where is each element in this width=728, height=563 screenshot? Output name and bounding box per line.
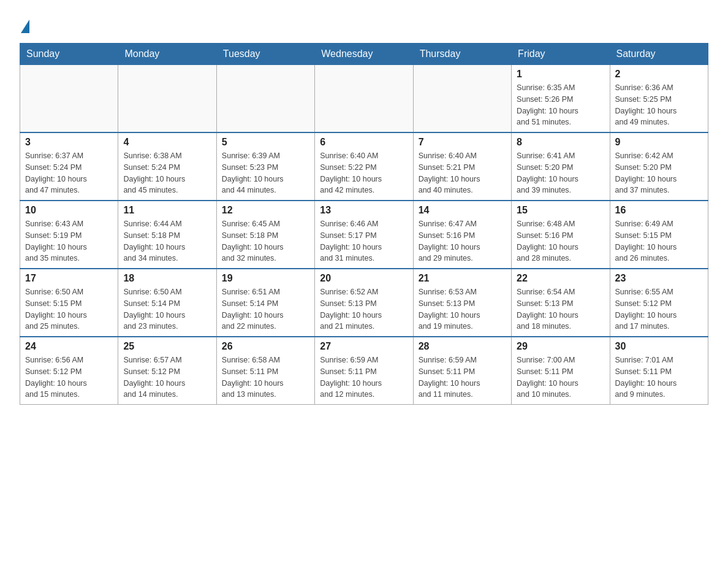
day-info: Sunrise: 6:46 AMSunset: 5:17 PMDaylight:… xyxy=(320,218,408,264)
day-info: Sunrise: 6:44 AMSunset: 5:18 PMDaylight:… xyxy=(123,218,211,264)
calendar-cell: 6Sunrise: 6:40 AMSunset: 5:22 PMDaylight… xyxy=(315,132,413,201)
calendar-cell: 3Sunrise: 6:37 AMSunset: 5:24 PMDaylight… xyxy=(20,132,118,201)
calendar-week-row: 17Sunrise: 6:50 AMSunset: 5:15 PMDayligh… xyxy=(20,269,708,337)
day-number: 5 xyxy=(222,137,309,148)
day-info: Sunrise: 6:35 AMSunset: 5:26 PMDaylight:… xyxy=(517,82,604,128)
day-number: 17 xyxy=(25,273,113,284)
day-number: 6 xyxy=(320,137,408,148)
day-info: Sunrise: 6:45 AMSunset: 5:18 PMDaylight:… xyxy=(222,218,309,264)
calendar-cell: 27Sunrise: 6:59 AMSunset: 5:11 PMDayligh… xyxy=(315,337,413,405)
day-info: Sunrise: 7:01 AMSunset: 5:11 PMDaylight:… xyxy=(615,354,703,400)
calendar-cell xyxy=(315,65,413,133)
calendar-cell: 23Sunrise: 6:55 AMSunset: 5:12 PMDayligh… xyxy=(610,269,708,337)
day-number: 13 xyxy=(320,205,408,216)
calendar-cell: 12Sunrise: 6:45 AMSunset: 5:18 PMDayligh… xyxy=(216,201,314,269)
day-info: Sunrise: 6:55 AMSunset: 5:12 PMDaylight:… xyxy=(615,286,703,332)
day-number: 18 xyxy=(123,273,211,284)
calendar-table: SundayMondayTuesdayWednesdayThursdayFrid… xyxy=(20,43,708,405)
day-info: Sunrise: 6:50 AMSunset: 5:15 PMDaylight:… xyxy=(25,286,113,332)
day-number: 14 xyxy=(419,205,506,216)
day-info: Sunrise: 6:58 AMSunset: 5:11 PMDaylight:… xyxy=(222,354,309,400)
day-info: Sunrise: 6:52 AMSunset: 5:13 PMDaylight:… xyxy=(320,286,408,332)
calendar-cell: 8Sunrise: 6:41 AMSunset: 5:20 PMDaylight… xyxy=(512,132,610,201)
day-number: 20 xyxy=(320,273,408,284)
calendar-cell: 1Sunrise: 6:35 AMSunset: 5:26 PMDaylight… xyxy=(512,65,610,133)
day-info: Sunrise: 6:38 AMSunset: 5:24 PMDaylight:… xyxy=(123,150,211,196)
day-number: 24 xyxy=(25,341,113,352)
logo-triangle-icon xyxy=(21,20,29,33)
calendar-header-row: SundayMondayTuesdayWednesdayThursdayFrid… xyxy=(20,44,708,65)
day-info: Sunrise: 6:43 AMSunset: 5:19 PMDaylight:… xyxy=(25,218,113,264)
calendar-cell: 16Sunrise: 6:49 AMSunset: 5:15 PMDayligh… xyxy=(610,201,708,269)
calendar-cell: 21Sunrise: 6:53 AMSunset: 5:13 PMDayligh… xyxy=(413,269,511,337)
day-number: 11 xyxy=(123,205,211,216)
day-number: 7 xyxy=(419,137,506,148)
calendar-cell: 18Sunrise: 6:50 AMSunset: 5:14 PMDayligh… xyxy=(118,269,216,337)
day-info: Sunrise: 6:47 AMSunset: 5:16 PMDaylight:… xyxy=(419,218,506,264)
calendar-cell: 28Sunrise: 6:59 AMSunset: 5:11 PMDayligh… xyxy=(413,337,511,405)
calendar-cell: 15Sunrise: 6:48 AMSunset: 5:16 PMDayligh… xyxy=(512,201,610,269)
calendar-cell: 17Sunrise: 6:50 AMSunset: 5:15 PMDayligh… xyxy=(20,269,118,337)
calendar-cell: 25Sunrise: 6:57 AMSunset: 5:12 PMDayligh… xyxy=(118,337,216,405)
calendar-cell: 13Sunrise: 6:46 AMSunset: 5:17 PMDayligh… xyxy=(315,201,413,269)
day-info: Sunrise: 6:42 AMSunset: 5:20 PMDaylight:… xyxy=(615,150,703,196)
day-info: Sunrise: 6:59 AMSunset: 5:11 PMDaylight:… xyxy=(419,354,506,400)
day-number: 25 xyxy=(123,341,211,352)
day-info: Sunrise: 6:56 AMSunset: 5:12 PMDaylight:… xyxy=(25,354,113,400)
day-info: Sunrise: 6:54 AMSunset: 5:13 PMDaylight:… xyxy=(517,286,604,332)
day-info: Sunrise: 6:40 AMSunset: 5:22 PMDaylight:… xyxy=(320,150,408,196)
day-number: 4 xyxy=(123,137,211,148)
calendar-cell xyxy=(216,65,314,133)
day-number: 9 xyxy=(615,137,703,148)
column-header-monday: Monday xyxy=(118,44,216,65)
day-info: Sunrise: 6:51 AMSunset: 5:14 PMDaylight:… xyxy=(222,286,309,332)
calendar-cell: 29Sunrise: 7:00 AMSunset: 5:11 PMDayligh… xyxy=(512,337,610,405)
day-number: 28 xyxy=(419,341,506,352)
calendar-cell: 26Sunrise: 6:58 AMSunset: 5:11 PMDayligh… xyxy=(216,337,314,405)
day-info: Sunrise: 7:00 AMSunset: 5:11 PMDaylight:… xyxy=(517,354,604,400)
day-info: Sunrise: 6:48 AMSunset: 5:16 PMDaylight:… xyxy=(517,218,604,264)
header xyxy=(20,15,708,32)
column-header-sunday: Sunday xyxy=(20,44,118,65)
day-number: 16 xyxy=(615,205,703,216)
day-number: 26 xyxy=(222,341,309,352)
calendar-week-row: 10Sunrise: 6:43 AMSunset: 5:19 PMDayligh… xyxy=(20,201,708,269)
column-header-thursday: Thursday xyxy=(413,44,511,65)
day-info: Sunrise: 6:40 AMSunset: 5:21 PMDaylight:… xyxy=(419,150,506,196)
calendar-cell: 4Sunrise: 6:38 AMSunset: 5:24 PMDaylight… xyxy=(118,132,216,201)
day-info: Sunrise: 6:49 AMSunset: 5:15 PMDaylight:… xyxy=(615,218,703,264)
calendar-week-row: 1Sunrise: 6:35 AMSunset: 5:26 PMDaylight… xyxy=(20,65,708,133)
day-number: 29 xyxy=(517,341,604,352)
day-info: Sunrise: 6:50 AMSunset: 5:14 PMDaylight:… xyxy=(123,286,211,332)
day-number: 12 xyxy=(222,205,309,216)
calendar-cell: 7Sunrise: 6:40 AMSunset: 5:21 PMDaylight… xyxy=(413,132,511,201)
day-number: 19 xyxy=(222,273,309,284)
day-info: Sunrise: 6:57 AMSunset: 5:12 PMDaylight:… xyxy=(123,354,211,400)
calendar-week-row: 3Sunrise: 6:37 AMSunset: 5:24 PMDaylight… xyxy=(20,132,708,201)
column-header-tuesday: Tuesday xyxy=(216,44,314,65)
calendar-cell: 11Sunrise: 6:44 AMSunset: 5:18 PMDayligh… xyxy=(118,201,216,269)
day-info: Sunrise: 6:59 AMSunset: 5:11 PMDaylight:… xyxy=(320,354,408,400)
day-number: 10 xyxy=(25,205,113,216)
day-info: Sunrise: 6:39 AMSunset: 5:23 PMDaylight:… xyxy=(222,150,309,196)
day-number: 21 xyxy=(419,273,506,284)
calendar-cell: 10Sunrise: 6:43 AMSunset: 5:19 PMDayligh… xyxy=(20,201,118,269)
calendar-cell: 20Sunrise: 6:52 AMSunset: 5:13 PMDayligh… xyxy=(315,269,413,337)
calendar-cell: 22Sunrise: 6:54 AMSunset: 5:13 PMDayligh… xyxy=(512,269,610,337)
column-header-saturday: Saturday xyxy=(610,44,708,65)
calendar-cell: 24Sunrise: 6:56 AMSunset: 5:12 PMDayligh… xyxy=(20,337,118,405)
day-number: 2 xyxy=(615,69,703,80)
logo xyxy=(20,20,29,32)
day-number: 8 xyxy=(517,137,604,148)
column-header-wednesday: Wednesday xyxy=(315,44,413,65)
calendar-cell: 2Sunrise: 6:36 AMSunset: 5:25 PMDaylight… xyxy=(610,65,708,133)
day-number: 15 xyxy=(517,205,604,216)
day-info: Sunrise: 6:53 AMSunset: 5:13 PMDaylight:… xyxy=(419,286,506,332)
calendar-cell: 9Sunrise: 6:42 AMSunset: 5:20 PMDaylight… xyxy=(610,132,708,201)
calendar-week-row: 24Sunrise: 6:56 AMSunset: 5:12 PMDayligh… xyxy=(20,337,708,405)
calendar-cell xyxy=(118,65,216,133)
day-info: Sunrise: 6:36 AMSunset: 5:25 PMDaylight:… xyxy=(615,82,703,128)
day-number: 27 xyxy=(320,341,408,352)
calendar-cell: 30Sunrise: 7:01 AMSunset: 5:11 PMDayligh… xyxy=(610,337,708,405)
day-info: Sunrise: 6:37 AMSunset: 5:24 PMDaylight:… xyxy=(25,150,113,196)
